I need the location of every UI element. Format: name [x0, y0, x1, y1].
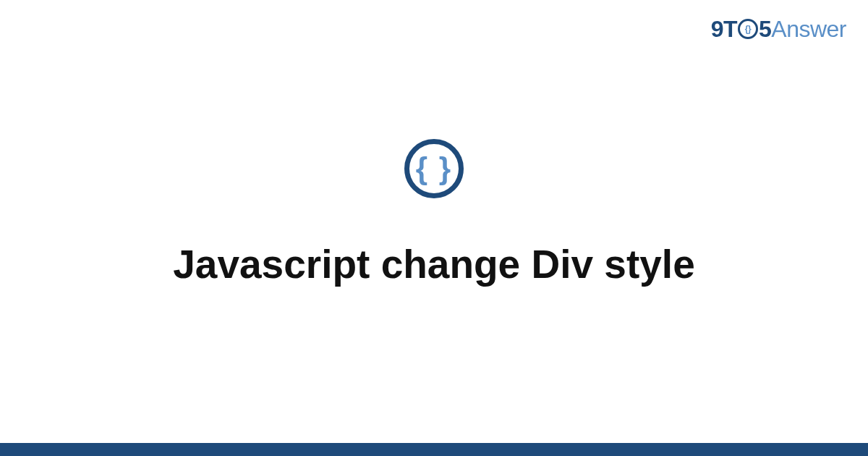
topic-icon: { } — [404, 139, 464, 198]
main-content: { } Javascript change Div style — [0, 0, 868, 456]
footer-bar — [0, 443, 868, 456]
page-title: Javascript change Div style — [173, 240, 694, 288]
braces-icon: { } — [416, 153, 452, 184]
